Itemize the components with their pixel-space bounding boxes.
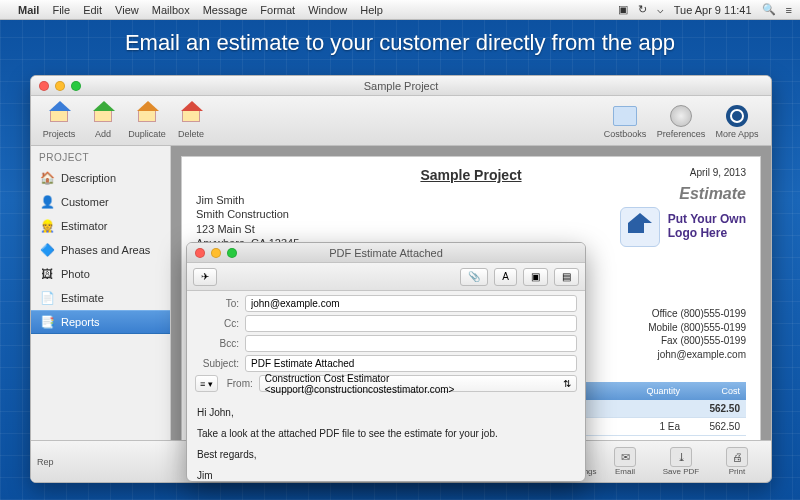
project-sidebar: PROJECT 🏠Description 👤Customer 👷Estimato…: [31, 146, 171, 482]
printer-icon: 🖨: [726, 447, 748, 467]
toolbar-duplicate-button[interactable]: Duplicate: [125, 103, 169, 139]
paperclip-icon: 📎: [468, 271, 480, 282]
doc-date: April 9, 2013: [690, 167, 746, 178]
marketing-tagline: Email an estimate to your customer direc…: [0, 20, 800, 68]
photo-icon: ▣: [531, 271, 540, 282]
logo-placeholder-icon: [620, 207, 660, 247]
app-titlebar[interactable]: Sample Project: [31, 76, 771, 96]
sidebar-item-phases[interactable]: 🔷Phases and Areas: [31, 238, 170, 262]
toolbar-projects-button[interactable]: Projects: [37, 103, 81, 139]
bcc-field[interactable]: [245, 335, 577, 352]
mail-body-editor[interactable]: Hi John, Take a look at the attached PDF…: [187, 399, 585, 482]
cc-label: Cc:: [195, 318, 239, 329]
phases-icon: 🔷: [39, 242, 55, 258]
save-pdf-button[interactable]: ⤓Save PDF: [653, 447, 709, 476]
toolbar-costbooks-button[interactable]: Costbooks: [597, 103, 653, 139]
sidebar-item-photo[interactable]: 🖼Photo: [31, 262, 170, 286]
sidebar-item-estimate[interactable]: 📄Estimate: [31, 286, 170, 310]
toolbar-delete-button[interactable]: Delete: [169, 103, 213, 139]
toolbar-preferences-button[interactable]: Preferences: [653, 103, 709, 139]
photo-icon: 🖼: [39, 266, 55, 282]
menu-file[interactable]: File: [52, 4, 70, 16]
menubar-clock[interactable]: Tue Apr 9 11:41: [674, 4, 752, 16]
reports-icon: 📑: [39, 314, 55, 330]
paper-plane-icon: ✈: [201, 271, 209, 282]
toolbar-more-apps-button[interactable]: More Apps: [709, 103, 765, 139]
stationery-button[interactable]: ▤: [554, 268, 579, 286]
doc-title: Sample Project: [196, 167, 746, 183]
pdf-icon: ⤓: [670, 447, 692, 467]
airplay-icon[interactable]: ▣: [618, 3, 628, 16]
mail-toolbar: ✈ 📎 A ▣ ▤: [187, 263, 585, 291]
from-label: From:: [223, 378, 253, 389]
mac-menubar: Mail File Edit View Mailbox Message Form…: [0, 0, 800, 20]
house-icon: 🏠: [39, 170, 55, 186]
mail-compose-window: PDF Estimate Attached ✈ 📎 A ▣ ▤ To: Cc: …: [186, 242, 586, 482]
app-menu[interactable]: Mail: [18, 4, 39, 16]
app-window-title: Sample Project: [31, 80, 771, 92]
header-options-button[interactable]: ≡ ▾: [195, 375, 218, 392]
logo-placeholder-text: Put Your OwnLogo Here: [668, 213, 746, 241]
menu-help[interactable]: Help: [360, 4, 383, 16]
mail-titlebar[interactable]: PDF Estimate Attached: [187, 243, 585, 263]
toolbar-add-button[interactable]: Add: [81, 103, 125, 139]
chevron-updown-icon: ⇅: [563, 378, 571, 389]
menu-format[interactable]: Format: [260, 4, 295, 16]
sidebar-header: PROJECT: [31, 146, 170, 166]
subject-field[interactable]: [245, 355, 577, 372]
font-icon: A: [502, 271, 509, 282]
mail-window-title: PDF Estimate Attached: [187, 247, 585, 259]
spotlight-icon[interactable]: 🔍: [762, 3, 776, 16]
estimator-icon: 👷: [39, 218, 55, 234]
envelope-icon: ✉: [614, 447, 636, 467]
to-label: To:: [195, 298, 239, 309]
cc-field[interactable]: [245, 315, 577, 332]
print-button[interactable]: 🖨Print: [709, 447, 765, 476]
sync-icon[interactable]: ↻: [638, 3, 647, 16]
menu-mailbox[interactable]: Mailbox: [152, 4, 190, 16]
app-toolbar: Projects Add Duplicate Delete Costbooks …: [31, 96, 771, 146]
wifi-icon[interactable]: ⌵: [657, 3, 664, 16]
menu-window[interactable]: Window: [308, 4, 347, 16]
subject-label: Subject:: [195, 358, 239, 369]
send-button[interactable]: ✈: [193, 268, 217, 286]
notification-center-icon[interactable]: ≡: [786, 4, 792, 16]
stationery-icon: ▤: [562, 271, 571, 282]
attach-button[interactable]: 📎: [460, 268, 488, 286]
sidebar-item-estimator[interactable]: 👷Estimator: [31, 214, 170, 238]
sidebar-item-customer[interactable]: 👤Customer: [31, 190, 170, 214]
font-button[interactable]: A: [494, 268, 517, 286]
from-select[interactable]: Construction Cost Estimator <support@con…: [259, 375, 577, 392]
sidebar-item-reports[interactable]: 📑Reports: [31, 310, 170, 334]
photo-browser-button[interactable]: ▣: [523, 268, 548, 286]
bcc-label: Bcc:: [195, 338, 239, 349]
sidebar-item-description[interactable]: 🏠Description: [31, 166, 170, 190]
to-field[interactable]: [245, 295, 577, 312]
estimate-heading: Estimate: [620, 185, 746, 203]
menu-message[interactable]: Message: [203, 4, 248, 16]
estimate-icon: 📄: [39, 290, 55, 306]
mail-header-fields: To: Cc: Bcc: Subject: ≡ ▾ From: Construc…: [187, 291, 585, 399]
customer-contact-block: Office (800)555-0199 Mobile (800)555-019…: [648, 307, 746, 361]
menu-view[interactable]: View: [115, 4, 139, 16]
customer-icon: 👤: [39, 194, 55, 210]
menu-edit[interactable]: Edit: [83, 4, 102, 16]
email-button[interactable]: ✉Email: [597, 447, 653, 476]
